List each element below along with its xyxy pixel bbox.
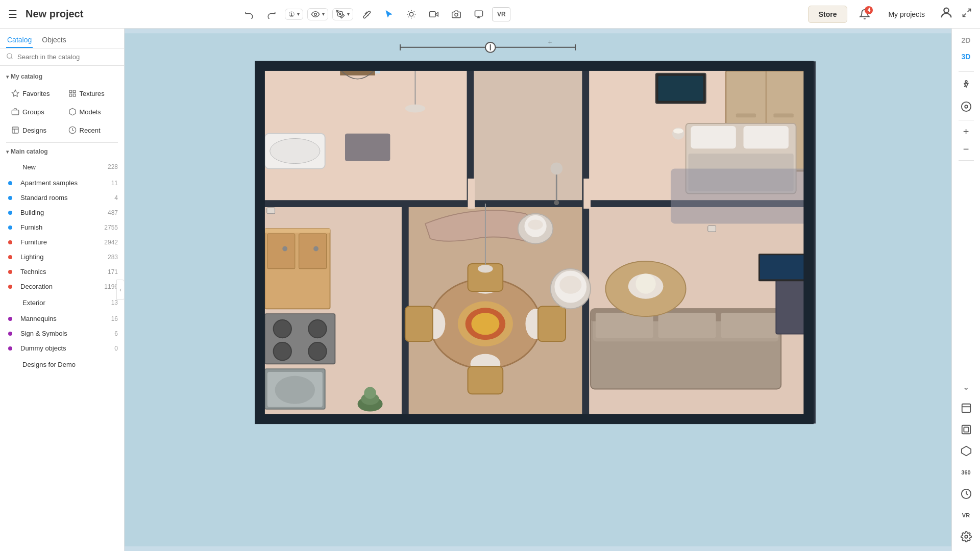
svg-rect-31 <box>12 127 18 133</box>
tab-objects[interactable]: Objects <box>41 33 67 48</box>
favorites-button[interactable]: Favorites <box>6 85 61 102</box>
cursor-button[interactable] <box>380 5 398 23</box>
compass-button[interactable] <box>956 96 976 117</box>
view-3d-button[interactable]: 3D <box>956 49 976 64</box>
catalog-item-count: 171 <box>108 268 118 276</box>
svg-point-119 <box>559 276 581 294</box>
catalog-item-decoration[interactable]: Decoration 1196 <box>0 279 124 294</box>
undo-button[interactable] <box>240 5 258 23</box>
main-catalog-header[interactable]: ▾ Main catalog <box>0 145 124 158</box>
svg-rect-28 <box>69 94 72 96</box>
ruler-button[interactable] <box>357 5 376 23</box>
my-projects-button[interactable]: My projects <box>882 6 931 22</box>
svg-rect-121 <box>708 226 716 232</box>
catalog-item-technics[interactable]: Technics 171 <box>0 264 124 279</box>
models-button[interactable]: Models <box>63 104 118 120</box>
svg-point-112 <box>478 265 493 273</box>
catalog-item-count: 4 <box>114 194 118 202</box>
view-360-button[interactable]: 360 <box>956 462 976 483</box>
catalog-item-name: Furniture <box>20 238 47 246</box>
catalog-item-new[interactable]: New 228 <box>0 158 124 176</box>
catalog-item-count: 16 <box>111 315 118 322</box>
catalog-item-furniture[interactable]: Furniture 2942 <box>0 235 124 249</box>
canvas-area[interactable]: + <box>125 29 951 551</box>
catalog-item-building[interactable]: Building 487 <box>0 205 124 220</box>
signs-dot <box>8 332 12 336</box>
notifications-button[interactable]: 4 <box>855 5 874 23</box>
catalog-item-name: Furnish <box>20 223 42 231</box>
store-button[interactable]: Store <box>808 6 848 23</box>
floor-button[interactable] <box>470 5 488 23</box>
walk-mode-button[interactable] <box>956 75 976 95</box>
tab-catalog[interactable]: Catalog <box>6 33 33 48</box>
sun-button[interactable] <box>402 5 421 23</box>
divider-2 <box>959 120 974 120</box>
svg-point-131 <box>965 105 968 108</box>
timeline-button[interactable] <box>956 484 976 504</box>
lighting-dot <box>8 255 12 259</box>
textures-button[interactable]: Textures <box>63 85 118 102</box>
catalog-item-furnish[interactable]: Furnish 2755 <box>0 220 124 235</box>
recent-button[interactable]: Recent <box>63 122 118 138</box>
floor-view-button[interactable] <box>956 398 976 418</box>
svg-rect-120 <box>267 208 275 214</box>
catalog-item-exterior[interactable]: Exterior 13 <box>0 294 124 311</box>
layer-button[interactable] <box>956 419 976 440</box>
catalog-item-signs[interactable]: Sign & Symbols 6 <box>0 326 124 341</box>
menu-icon[interactable]: ☰ <box>8 8 17 20</box>
exterior-icon <box>8 297 18 308</box>
catalog-item-apartment[interactable]: Apartment samples 11 <box>0 176 124 190</box>
sidebar-collapse-button[interactable]: ‹ <box>116 280 125 300</box>
my-catalog-header[interactable]: ▾ My catalog <box>0 70 124 83</box>
camera-button[interactable] <box>425 5 443 23</box>
screenshot-button[interactable] <box>447 5 465 23</box>
svg-line-13 <box>414 11 414 12</box>
step-selector[interactable]: ① ▾ <box>285 9 303 20</box>
catalog-item-name: Sign & Symbols <box>20 330 67 337</box>
svg-rect-72 <box>658 313 716 338</box>
svg-rect-132 <box>962 404 970 413</box>
svg-point-90 <box>308 342 326 360</box>
svg-rect-17 <box>475 11 483 16</box>
catalog-item-mannequins[interactable]: Mannequins 16 <box>0 311 124 326</box>
svg-point-1 <box>339 13 341 14</box>
account-button[interactable] <box>939 6 953 23</box>
settings-button[interactable] <box>956 527 976 547</box>
catalog-item-lighting[interactable]: Lighting 283 <box>0 249 124 264</box>
catalog-item-dummy[interactable]: Dummy objects 0 <box>0 341 124 356</box>
search-input[interactable] <box>17 53 118 61</box>
draw-tool[interactable]: ▾ <box>332 8 353 20</box>
svg-rect-105 <box>538 306 566 341</box>
chevron-down-button[interactable]: ⌄ <box>956 377 976 397</box>
svg-point-136 <box>965 535 968 538</box>
catalog-item-name: Technics <box>20 268 46 276</box>
divider-3 <box>959 160 974 161</box>
catalog-item-name: Designs for Demo <box>22 361 76 368</box>
designs-button[interactable]: Designs <box>6 122 61 138</box>
toolbar: ① ▾ ▾ ▾ VR <box>240 5 510 23</box>
svg-point-84 <box>282 246 287 252</box>
catalog-item-name: Apartment samples <box>20 179 78 187</box>
fullscreen-button[interactable] <box>962 8 972 20</box>
zoom-out-button[interactable]: − <box>956 141 976 157</box>
view-toggle[interactable]: ▾ <box>307 8 328 20</box>
vr-button[interactable]: VR <box>492 7 510 21</box>
svg-point-23 <box>7 54 12 58</box>
app-header: ☰ New project ① ▾ ▾ ▾ <box>0 0 980 29</box>
svg-rect-57 <box>736 113 756 117</box>
redo-button[interactable] <box>262 5 281 23</box>
shape-3d-button[interactable] <box>956 441 976 461</box>
models-label: Models <box>80 108 101 116</box>
view-2d-button[interactable]: 2D <box>956 33 976 48</box>
svg-point-53 <box>405 105 425 113</box>
svg-line-8 <box>409 11 409 12</box>
vr-view-button[interactable]: VR <box>956 505 976 525</box>
my-catalog-items: Favorites Textures Groups Models Designs <box>0 83 124 140</box>
catalog-item-standard[interactable]: Standard rooms 4 <box>0 190 124 205</box>
svg-rect-26 <box>69 90 72 93</box>
floor-plan-view[interactable]: + <box>125 29 951 551</box>
catalog-item-designs-demo[interactable]: Designs for Demo <box>0 356 124 373</box>
groups-button[interactable]: Groups <box>6 104 61 120</box>
svg-rect-83 <box>299 234 327 269</box>
zoom-in-button[interactable]: + <box>956 123 976 140</box>
